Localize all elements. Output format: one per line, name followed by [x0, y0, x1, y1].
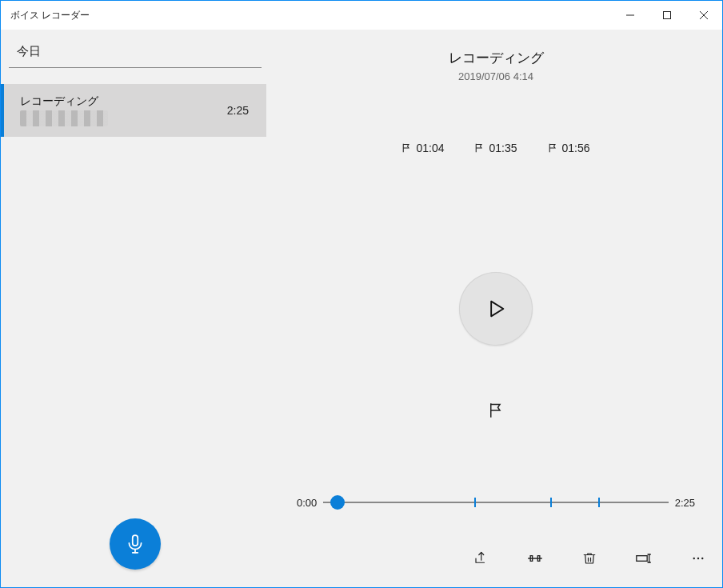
flag-icon	[474, 143, 484, 153]
delete-button[interactable]	[577, 546, 602, 571]
trim-icon	[527, 551, 543, 566]
flag-icon	[488, 402, 504, 418]
share-button[interactable]	[468, 546, 493, 571]
close-icon	[700, 11, 708, 19]
play-icon	[485, 298, 507, 320]
maximize-icon	[663, 11, 671, 19]
app-title: ボイス レコーダー	[10, 9, 612, 22]
marker-list: 01:04 01:35 01:56	[270, 142, 722, 154]
timeline-marker-tick[interactable]	[598, 498, 600, 507]
titlebar: ボイス レコーダー	[1, 1, 722, 30]
rename-icon	[636, 552, 652, 565]
app-window: ボイス レコーダー 今日 レコーディング 2:25	[0, 0, 723, 588]
window-controls	[612, 1, 722, 30]
content-area: 今日 レコーディング 2:25 レコーディング 2019/07/06 4:14	[1, 30, 722, 587]
player-pane: レコーディング 2019/07/06 4:14 01:04 01:35 01:5…	[270, 30, 722, 587]
timeline-total-time: 2:25	[675, 497, 695, 509]
sidebar-section-header: 今日	[9, 30, 262, 68]
timeline: 0:00 2:25	[297, 494, 695, 510]
marker-time: 01:56	[562, 142, 590, 154]
record-button[interactable]	[110, 518, 161, 570]
timeline-current-time: 0:00	[297, 497, 317, 509]
timeline-thumb[interactable]	[330, 495, 345, 510]
marker-time: 01:04	[416, 142, 444, 154]
svg-rect-0	[664, 12, 671, 19]
svg-point-14	[701, 558, 703, 559]
recording-list-item[interactable]: レコーディング 2:25	[1, 84, 266, 137]
recording-item-title: レコーディング	[20, 94, 249, 109]
delete-icon	[582, 551, 597, 566]
minimize-button[interactable]	[612, 1, 649, 30]
marker-item[interactable]: 01:35	[474, 142, 517, 154]
marker-time: 01:35	[489, 142, 517, 154]
flag-icon	[548, 143, 557, 153]
timeline-line	[323, 502, 668, 503]
player-title: レコーディング	[270, 49, 722, 67]
minimize-icon	[626, 11, 634, 19]
action-bar	[468, 546, 711, 571]
player-date: 2019/07/06 4:14	[270, 70, 722, 82]
svg-point-12	[693, 558, 695, 559]
timeline-marker-tick[interactable]	[474, 498, 476, 507]
more-icon	[691, 551, 705, 566]
recording-item-preview	[20, 110, 108, 126]
svg-point-13	[697, 558, 699, 559]
flag-icon	[401, 143, 411, 153]
play-button[interactable]	[459, 272, 533, 346]
maximize-button[interactable]	[649, 1, 685, 30]
svg-rect-1	[133, 535, 138, 546]
marker-item[interactable]: 01:56	[548, 142, 590, 154]
more-button[interactable]	[685, 546, 711, 571]
marker-item[interactable]: 01:04	[401, 142, 444, 154]
rename-button[interactable]	[631, 546, 657, 571]
player-header: レコーディング 2019/07/06 4:14	[270, 30, 722, 82]
mic-icon	[125, 534, 146, 554]
close-button[interactable]	[685, 1, 722, 30]
share-icon	[473, 551, 488, 566]
add-marker-button[interactable]	[482, 397, 509, 424]
svg-marker-4	[491, 301, 503, 316]
recording-item-duration: 2:25	[227, 104, 249, 117]
sidebar: 今日 レコーディング 2:25	[1, 30, 270, 587]
trim-button[interactable]	[522, 546, 548, 571]
timeline-track[interactable]	[323, 494, 668, 510]
timeline-marker-tick[interactable]	[550, 498, 552, 507]
svg-rect-8	[637, 556, 647, 562]
